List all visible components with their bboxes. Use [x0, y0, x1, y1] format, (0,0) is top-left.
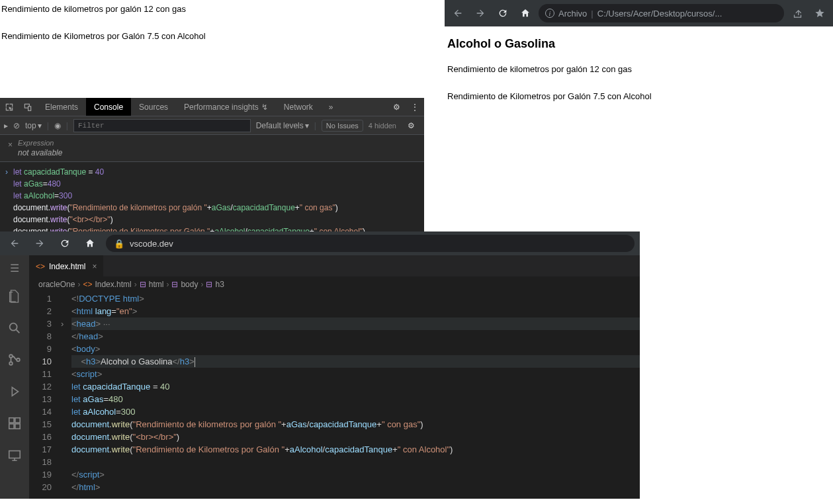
prompt-icon: › — [5, 166, 13, 178]
extensions-icon[interactable] — [7, 416, 22, 433]
debug-icon[interactable] — [7, 384, 22, 401]
code-content[interactable]: <!DOCTYPE html> <html lang="en"> <head> … — [71, 292, 640, 493]
svg-point-2 — [10, 323, 17, 331]
lock-icon: 🔒 — [114, 239, 124, 249]
context-selector[interactable]: top ▾ — [25, 121, 42, 130]
vscode-address-bar[interactable]: 🔒 vscode.dev — [106, 235, 635, 252]
vscode-url: vscode.dev — [130, 239, 173, 249]
vscode-browser-bar: 🔒 vscode.dev — [0, 231, 640, 255]
vscode-reload-button[interactable] — [56, 234, 74, 253]
crumb[interactable]: body — [181, 280, 198, 289]
code-editor[interactable]: 123891011121314151617181920 › <!DOCTYPE … — [29, 292, 640, 499]
console-line: document.write("Rendimiento de kilometro… — [13, 202, 338, 214]
devtools-panel: Elements Console Sources Performance ins… — [0, 98, 424, 245]
crumb[interactable]: html — [149, 280, 164, 289]
tab-network[interactable]: Network — [276, 98, 321, 116]
svg-rect-7 — [9, 424, 14, 429]
svg-rect-1 — [28, 106, 31, 110]
devtools-tabs: Elements Console Sources Performance ins… — [0, 98, 424, 116]
expression-value: not available — [8, 148, 416, 157]
svg-rect-10 — [9, 451, 21, 458]
menu-icon[interactable]: ☰ — [10, 262, 19, 274]
play-icon[interactable]: ▸ — [4, 121, 8, 130]
console-line: let capacidadTanque = 40 — [13, 166, 104, 178]
crumb[interactable]: h3 — [215, 280, 224, 289]
file-tab[interactable]: <> Index.html × — [29, 255, 103, 276]
close-tab-icon[interactable]: × — [92, 262, 97, 271]
address-path: C:/Users/Acer/Desktop/cursos/... — [597, 9, 723, 19]
separator: | — [66, 121, 68, 130]
browser-panel: i Archivo | C:/Users/Acer/Desktop/cursos… — [445, 0, 833, 118]
editor-area: <> Index.html × oracleOne› <>Index.html›… — [29, 255, 640, 499]
console-line: document.write("<br></br>") — [13, 214, 113, 226]
levels-selector[interactable]: Default levels ▾ — [256, 121, 309, 130]
browser-viewport: Alcohol o Gasolina Rendimiento de kilome… — [445, 26, 833, 101]
home-button[interactable] — [516, 4, 535, 22]
line-numbers: 123891011121314151617181920 — [29, 292, 61, 493]
reload-button[interactable] — [494, 4, 512, 22]
svg-point-3 — [9, 355, 13, 358]
share-button[interactable] — [788, 4, 807, 22]
tab-console[interactable]: Console — [86, 98, 131, 116]
console-line: let aAlcohol=300 — [13, 190, 72, 202]
tab-elements[interactable]: Elements — [37, 98, 86, 116]
vscode-back-button[interactable] — [5, 234, 24, 253]
tab-performance[interactable]: Performance insights↯ — [176, 98, 276, 116]
address-bar[interactable]: i Archivo | C:/Users/Acer/Desktop/cursos… — [539, 4, 784, 22]
vscode-panel: 🔒 vscode.dev ☰ <> Index.html × oracleOne… — [0, 231, 640, 499]
console-settings-icon[interactable]: ⚙ — [402, 121, 420, 130]
lightning-icon: ↯ — [261, 103, 268, 112]
breadcrumb[interactable]: oracleOne› <>Index.html› ⊟html› ⊟body› ⊟… — [29, 276, 640, 292]
svg-rect-8 — [15, 424, 20, 429]
search-icon[interactable] — [7, 321, 22, 338]
tab-sources[interactable]: Sources — [131, 98, 176, 116]
page-line-1: Rendimiento de kilometros por galón 12 c… — [447, 64, 828, 74]
html-file-icon: <> — [36, 262, 45, 271]
tab-filename: Index.html — [49, 262, 85, 271]
tag-icon: ⊟ — [206, 280, 212, 289]
fold-gutter: › — [61, 292, 71, 493]
svg-point-5 — [17, 358, 20, 362]
source-control-icon[interactable] — [7, 353, 22, 370]
fold-collapsed-icon[interactable]: › — [61, 317, 71, 330]
live-expression-area: × Expression not available — [0, 135, 424, 162]
console-line: let aGas=480 — [13, 178, 61, 190]
page-heading: Alcohol o Gasolina — [447, 37, 828, 51]
vscode-forward-button[interactable] — [30, 234, 49, 253]
crumb[interactable]: oracleOne — [38, 280, 75, 289]
clear-icon[interactable]: ⊘ — [13, 121, 20, 130]
output-line-1: Rendimiento de kilometros por galón 12 c… — [1, 4, 206, 14]
remote-icon[interactable] — [7, 448, 22, 465]
tabs-more[interactable]: » — [321, 98, 341, 116]
vscode-home-button[interactable] — [81, 234, 99, 253]
svg-rect-9 — [15, 418, 20, 423]
hidden-count: 4 hidden — [369, 122, 396, 130]
tag-icon: ⊟ — [140, 280, 146, 289]
back-button[interactable] — [449, 4, 467, 22]
vscode-body: ☰ <> Index.html × oracleOne› <>Index.htm… — [0, 255, 640, 499]
address-separator: | — [591, 9, 593, 19]
forward-button[interactable] — [471, 4, 490, 22]
close-expression-icon[interactable]: × — [8, 140, 13, 149]
svg-point-4 — [9, 362, 13, 365]
device-icon[interactable] — [19, 103, 37, 112]
page-output-panel: Rendimiento de kilometros por galón 12 c… — [1, 4, 206, 58]
more-icon[interactable]: ⋮ — [406, 103, 424, 112]
page-line-2: Rendimiento de Kilometros por Galón 7.5 … — [447, 91, 828, 101]
issues-badge[interactable]: No Issues — [322, 120, 363, 132]
svg-rect-6 — [9, 418, 14, 423]
inspect-icon[interactable] — [0, 103, 19, 112]
settings-icon[interactable]: ⚙ — [387, 103, 406, 112]
expression-label: Expression — [8, 139, 416, 147]
separator: | — [47, 121, 49, 130]
explorer-icon[interactable] — [7, 289, 22, 306]
separator: | — [314, 121, 316, 130]
bookmark-button[interactable] — [811, 4, 829, 22]
output-line-2: Rendimiento de Kilometros por Galón 7.5 … — [1, 31, 206, 41]
activity-bar: ☰ — [0, 255, 29, 499]
crumb[interactable]: Index.html — [95, 280, 131, 289]
live-expression-icon[interactable]: ◉ — [54, 121, 61, 130]
console-toolbar: ▸ ⊘ top ▾ | ◉ | Default levels ▾ | No Is… — [0, 116, 424, 135]
editor-tabs: <> Index.html × — [29, 255, 640, 276]
filter-input[interactable] — [73, 119, 251, 132]
